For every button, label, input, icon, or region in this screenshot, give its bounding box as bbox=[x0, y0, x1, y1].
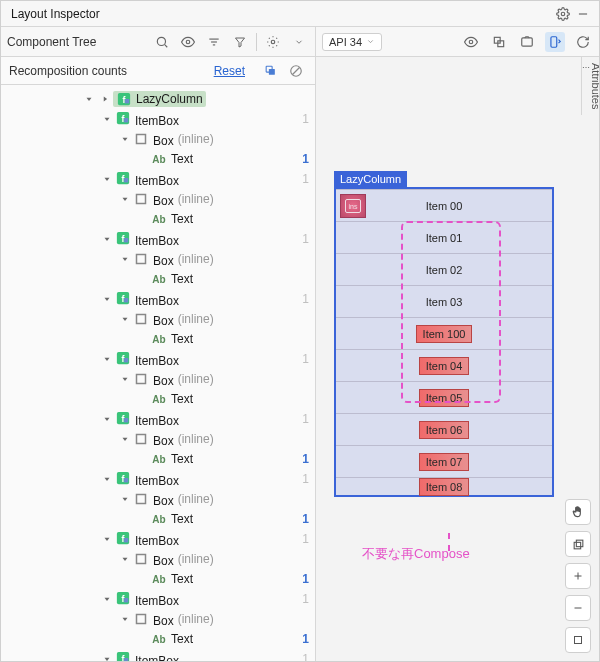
svg-rect-89 bbox=[574, 542, 581, 549]
tree-node-label: Text bbox=[171, 392, 193, 406]
tree-row[interactable]: AbText bbox=[1, 209, 315, 229]
refresh-icon[interactable] bbox=[573, 32, 593, 52]
tree-node-label: Text bbox=[171, 332, 193, 346]
expand-icon[interactable] bbox=[99, 174, 115, 184]
tree-row[interactable]: fItemBox1 bbox=[1, 109, 315, 129]
gear-icon[interactable] bbox=[553, 4, 573, 24]
tree-node-label: ItemBox bbox=[135, 534, 179, 548]
overlay-icon[interactable] bbox=[489, 32, 509, 52]
text-icon: Ab bbox=[151, 451, 167, 467]
block-icon[interactable] bbox=[285, 60, 307, 82]
device-selector[interactable]: API 34 bbox=[322, 33, 382, 51]
tree-row[interactable]: fItemBox1 bbox=[1, 289, 315, 309]
zoom-out-icon[interactable] bbox=[565, 595, 591, 621]
tree-row[interactable]: AbText bbox=[1, 269, 315, 289]
zoom-in-icon[interactable] bbox=[565, 563, 591, 589]
box-icon bbox=[133, 491, 149, 507]
live-updates-icon[interactable] bbox=[545, 32, 565, 52]
expand-icon[interactable] bbox=[99, 594, 115, 604]
tree-row[interactable]: Box(inline) bbox=[1, 249, 315, 269]
expand-icon[interactable] bbox=[97, 94, 113, 104]
text-icon: Ab bbox=[151, 571, 167, 587]
tree-node-label: LazyColumn bbox=[136, 92, 203, 106]
tree-row[interactable]: fItemBox1 bbox=[1, 409, 315, 429]
expand-icon[interactable] bbox=[81, 94, 97, 104]
tree-row[interactable]: AbText1 bbox=[1, 629, 315, 649]
box-icon bbox=[133, 131, 149, 147]
tree-row[interactable]: Box(inline) bbox=[1, 369, 315, 389]
expand-icon[interactable] bbox=[99, 474, 115, 484]
box-icon bbox=[133, 311, 149, 327]
tree-node-label: Box bbox=[153, 614, 174, 628]
zoom-fit-icon[interactable] bbox=[565, 627, 591, 653]
box-icon bbox=[133, 431, 149, 447]
expand-icon[interactable] bbox=[99, 234, 115, 244]
svg-marker-41 bbox=[123, 318, 128, 321]
window-title: Layout Inspector bbox=[11, 7, 553, 21]
attributes-tab[interactable]: ⋯ Attributes bbox=[581, 57, 599, 115]
tree-row[interactable]: fItemBox1 bbox=[1, 589, 315, 609]
tree-row[interactable]: fLazyColumn bbox=[1, 89, 315, 109]
expand-icon[interactable] bbox=[117, 374, 133, 384]
svg-point-83 bbox=[469, 40, 473, 44]
minimize-icon[interactable] bbox=[573, 4, 593, 24]
expand-icon[interactable] bbox=[99, 414, 115, 424]
expand-icon[interactable] bbox=[99, 654, 115, 661]
tree-row[interactable]: fItemBox1 bbox=[1, 169, 315, 189]
tree-row[interactable]: fItemBox1 bbox=[1, 229, 315, 249]
tree-row[interactable]: AbText bbox=[1, 389, 315, 409]
tree-row[interactable]: AbText1 bbox=[1, 509, 315, 529]
expand-icon[interactable] bbox=[99, 114, 115, 124]
expand-icon[interactable] bbox=[117, 554, 133, 564]
svg-point-4 bbox=[186, 40, 190, 44]
copy-icon[interactable] bbox=[259, 60, 281, 82]
expand-icon[interactable] bbox=[117, 434, 133, 444]
tree-row[interactable]: fItemBox1 bbox=[1, 349, 315, 369]
tree-row[interactable]: AbText1 bbox=[1, 569, 315, 589]
eye-icon[interactable] bbox=[461, 32, 481, 52]
reset-link[interactable]: Reset bbox=[214, 64, 245, 78]
search-icon[interactable] bbox=[152, 32, 172, 52]
svg-marker-15 bbox=[104, 97, 107, 102]
expand-icon[interactable] bbox=[99, 294, 115, 304]
tree-row[interactable]: Box(inline) bbox=[1, 489, 315, 509]
expand-icon[interactable] bbox=[117, 494, 133, 504]
svg-rect-36 bbox=[137, 254, 146, 263]
chevron-down-icon[interactable] bbox=[289, 32, 309, 52]
expand-icon[interactable] bbox=[99, 354, 115, 364]
tree-row[interactable]: fItemBox1 bbox=[1, 469, 315, 489]
compose-icon: f bbox=[115, 170, 131, 186]
tree-row[interactable]: Box(inline) bbox=[1, 429, 315, 449]
svg-marker-61 bbox=[105, 538, 110, 541]
layers-icon[interactable] bbox=[565, 531, 591, 557]
pan-icon[interactable] bbox=[565, 499, 591, 525]
expand-icon[interactable] bbox=[117, 194, 133, 204]
expand-icon[interactable] bbox=[117, 614, 133, 624]
expand-icon[interactable] bbox=[117, 134, 133, 144]
tree-row[interactable]: AbText1 bbox=[1, 149, 315, 169]
snapshot-icon[interactable] bbox=[517, 32, 537, 52]
tree-row[interactable]: Box(inline) bbox=[1, 129, 315, 149]
tree-row[interactable]: fItemBox1 bbox=[1, 649, 315, 661]
gear-dropdown-icon[interactable] bbox=[263, 32, 283, 52]
svg-rect-24 bbox=[137, 134, 146, 143]
tree-row[interactable]: AbText1 bbox=[1, 449, 315, 469]
component-tree[interactable]: fLazyColumnfItemBox1Box(inline)AbText1fI… bbox=[1, 85, 315, 661]
compose-icon: f bbox=[115, 350, 131, 366]
filter-lines-icon[interactable] bbox=[204, 32, 224, 52]
svg-rect-87 bbox=[551, 36, 557, 47]
expand-icon[interactable] bbox=[117, 254, 133, 264]
tree-row[interactable]: AbText bbox=[1, 329, 315, 349]
tree-row[interactable]: fItemBox1 bbox=[1, 529, 315, 549]
tree-row[interactable]: Box(inline) bbox=[1, 609, 315, 629]
tree-node-label: ItemBox bbox=[135, 114, 179, 128]
tree-row[interactable]: Box(inline) bbox=[1, 189, 315, 209]
expand-icon[interactable] bbox=[117, 314, 133, 324]
expand-icon[interactable] bbox=[99, 534, 115, 544]
svg-marker-43 bbox=[105, 358, 110, 361]
tree-row[interactable]: Box(inline) bbox=[1, 309, 315, 329]
layout-canvas[interactable]: LazyColumn insItem 00Item 01Item 02Item … bbox=[316, 57, 599, 661]
filter-funnel-icon[interactable] bbox=[230, 32, 250, 52]
tree-row[interactable]: Box(inline) bbox=[1, 549, 315, 569]
eye-icon[interactable] bbox=[178, 32, 198, 52]
